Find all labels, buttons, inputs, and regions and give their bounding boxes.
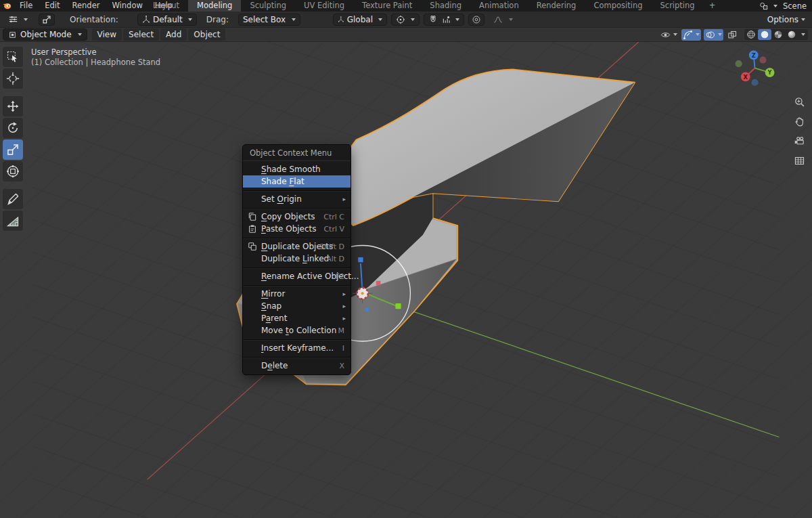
gizmo-y-handle[interactable] bbox=[395, 303, 401, 309]
menu-item-rename-active-object[interactable]: Rename Active Object...F2 bbox=[243, 270, 351, 282]
show-gizmos-toggle[interactable] bbox=[681, 29, 701, 41]
scene-icon bbox=[759, 1, 769, 11]
3d-viewport[interactable]: Z Y X User Perspective (1) Collection | … bbox=[0, 42, 812, 517]
workspace-tabs: LayoutModelingSculptingUV EditingTexture… bbox=[144, 0, 721, 12]
chevron-down-icon bbox=[188, 18, 192, 21]
workspace-tab-scripting[interactable]: Scripting bbox=[652, 0, 704, 12]
gizmo-x-handle[interactable] bbox=[376, 281, 380, 285]
blender-logo-icon[interactable] bbox=[0, 1, 14, 11]
chevron-down-icon bbox=[78, 33, 82, 36]
menu-item-copy-objects[interactable]: Copy ObjectsCtrl C bbox=[243, 211, 351, 223]
submenu-arrow-icon: ▸ bbox=[342, 290, 346, 297]
snap-magnet-icon bbox=[428, 15, 438, 24]
paste-icon bbox=[248, 224, 257, 234]
context-menu-title: Object Context Menu bbox=[243, 145, 351, 161]
pivot-point-dropdown[interactable] bbox=[391, 14, 420, 26]
gizmo-plane-handle[interactable] bbox=[365, 307, 369, 311]
orientation-dropdown[interactable]: Default bbox=[137, 14, 197, 26]
menu-item-duplicate-linked[interactable]: Duplicate LinkedAlt D bbox=[243, 253, 351, 265]
submenu-arrow-icon: ▸ bbox=[342, 303, 346, 309]
workspace-tab-animation[interactable]: Animation bbox=[470, 0, 528, 12]
pan-button[interactable] bbox=[792, 114, 807, 129]
navigation-axis-gizmo[interactable]: Z Y X bbox=[736, 50, 775, 85]
workspace-tab-sculpting[interactable]: Sculpting bbox=[241, 0, 295, 12]
proportional-editing-toggle[interactable] bbox=[468, 14, 484, 26]
menu-item-insert-keyframe[interactable]: Insert Keyframe...I bbox=[243, 342, 351, 354]
menu-item-set-origin[interactable]: Set Origin▸ bbox=[243, 193, 351, 205]
viewport-menu-add[interactable]: Add bbox=[160, 28, 187, 41]
nav-neg-x-ball[interactable] bbox=[759, 57, 766, 64]
transform-orientation-dropdown[interactable]: Global bbox=[333, 14, 387, 26]
menu-item-move-to-collection[interactable]: Move to CollectionM bbox=[243, 324, 351, 337]
show-overlays-toggle[interactable] bbox=[704, 29, 723, 41]
menu-item-parent[interactable]: Parent▸ bbox=[243, 312, 351, 324]
tool-measure[interactable] bbox=[3, 211, 23, 231]
workspace-tab-rendering[interactable]: Rendering bbox=[528, 0, 585, 12]
workspace-tab-shading[interactable]: Shading bbox=[421, 0, 470, 12]
ortho-toggle-button[interactable] bbox=[792, 153, 807, 168]
workspace-tab-uv-editing[interactable]: UV Editing bbox=[295, 0, 353, 12]
menu-separator bbox=[243, 190, 351, 191]
viewport-menu-select[interactable]: Select bbox=[123, 28, 159, 41]
chevron-down-icon bbox=[24, 18, 28, 21]
shading-wireframe-button[interactable] bbox=[744, 29, 758, 40]
viewport-nav-controls bbox=[792, 94, 807, 168]
menu-item-delete[interactable]: DeleteX bbox=[243, 360, 351, 372]
svg-text:Y: Y bbox=[767, 69, 773, 76]
menu-item-paste-objects[interactable]: Paste ObjectsCtrl V bbox=[243, 223, 351, 235]
active-tool-icon-button[interactable] bbox=[39, 14, 55, 26]
menu-file[interactable]: File bbox=[14, 1, 39, 10]
options-dropdown[interactable]: Options bbox=[767, 15, 805, 24]
menu-edit[interactable]: Edit bbox=[39, 1, 66, 10]
camera-view-button[interactable] bbox=[792, 133, 807, 148]
workspace-tab-compositing[interactable]: Compositing bbox=[585, 0, 651, 12]
chevron-down-icon bbox=[773, 5, 777, 7]
gizmo-z-handle[interactable] bbox=[358, 257, 363, 262]
active-tool-options-dropdown[interactable] bbox=[4, 14, 32, 26]
drag-dropdown[interactable]: Select Box bbox=[238, 14, 300, 26]
workspace-tab-modeling[interactable]: Modeling bbox=[188, 0, 241, 12]
global-axes-icon bbox=[338, 15, 344, 24]
xray-toggle[interactable] bbox=[726, 29, 739, 41]
mode-dropdown[interactable]: Object Mode bbox=[3, 28, 87, 41]
menu-item-snap[interactable]: Snap▸ bbox=[243, 300, 351, 312]
menu-item-shade-smooth[interactable]: Shade Smooth bbox=[243, 163, 351, 175]
options-label: Options bbox=[767, 15, 798, 24]
menu-window[interactable]: Window bbox=[106, 1, 148, 10]
menu-item-label: Set Origin bbox=[261, 194, 302, 204]
viewport-menu-object[interactable]: Object bbox=[188, 28, 225, 41]
viewport-menu-view[interactable]: View bbox=[92, 28, 122, 41]
tool-options-icon bbox=[8, 14, 18, 24]
menu-item-mirror[interactable]: Mirror▸ bbox=[243, 288, 351, 300]
tool-transform[interactable] bbox=[3, 161, 23, 181]
chevron-down-icon bbox=[509, 18, 513, 21]
nav-neg-z-ball[interactable] bbox=[751, 79, 758, 86]
shading-rendered-button[interactable] bbox=[785, 29, 798, 40]
tool-select-box[interactable] bbox=[3, 47, 23, 67]
shading-material-button[interactable] bbox=[771, 29, 785, 40]
tool-annotate[interactable] bbox=[3, 189, 23, 209]
nav-neg-y-ball[interactable] bbox=[736, 60, 742, 67]
scene-name[interactable]: Scene bbox=[783, 1, 807, 11]
cursor-icon bbox=[6, 72, 20, 85]
tool-cursor[interactable] bbox=[3, 68, 23, 89]
scene-selector[interactable]: Scene bbox=[759, 0, 807, 12]
menu-item-shade-flat[interactable]: Shade Flat bbox=[243, 175, 351, 188]
workspace-tab-texture-paint[interactable]: Texture Paint bbox=[353, 0, 421, 12]
menu-render[interactable]: Render bbox=[66, 1, 106, 10]
shading-mode-group bbox=[744, 29, 808, 40]
add-workspace-button[interactable]: + bbox=[704, 0, 721, 12]
zoom-button[interactable] bbox=[792, 94, 807, 109]
tool-scale[interactable] bbox=[3, 139, 23, 160]
falloff-curve-icon bbox=[493, 15, 503, 24]
object-visibility-dropdown[interactable] bbox=[659, 29, 679, 41]
tool-move[interactable] bbox=[3, 96, 23, 116]
workspace-tab-layout[interactable]: Layout bbox=[144, 0, 188, 12]
viewport-scene[interactable]: Z Y X bbox=[0, 42, 812, 518]
tool-rotate[interactable] bbox=[3, 118, 23, 138]
magnifier-icon bbox=[794, 96, 805, 108]
menu-item-duplicate-objects[interactable]: Duplicate ObjectsShift D bbox=[243, 240, 351, 253]
falloff-dropdown[interactable] bbox=[489, 14, 517, 26]
snap-group[interactable] bbox=[424, 14, 464, 26]
shading-solid-button[interactable] bbox=[758, 29, 771, 40]
